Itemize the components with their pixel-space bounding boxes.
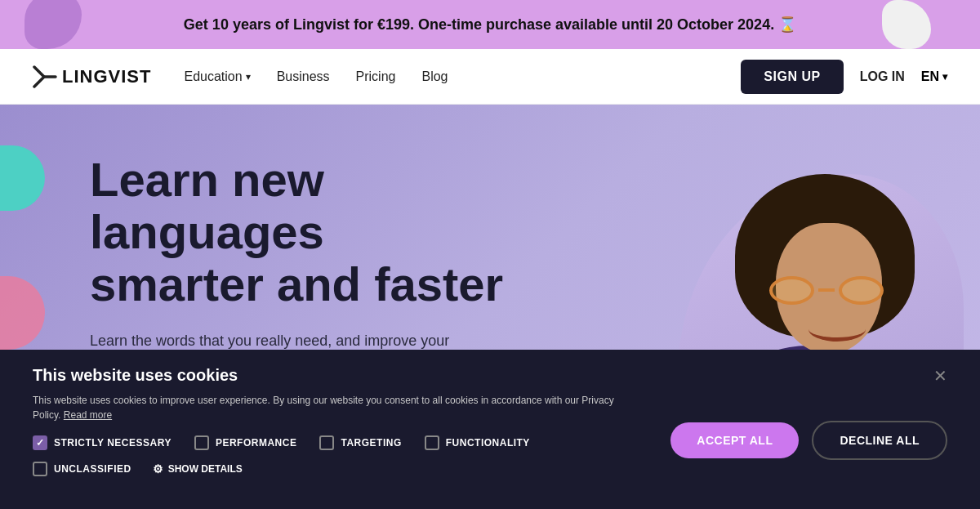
strictly-necessary-checkbox[interactable] — [33, 435, 47, 450]
cookie-description: This website uses cookies to improve use… — [33, 393, 629, 422]
cookie-banner: ✕ 🌐 This website uses cookies This websi… — [0, 350, 980, 509]
glasses-bridge — [818, 288, 835, 292]
glasses-right — [839, 276, 884, 305]
accept-all-button[interactable]: ACCEPT ALL — [670, 422, 799, 458]
person-smile — [808, 317, 866, 342]
nav-links: Education ▾ Business Pricing Blog — [184, 69, 741, 84]
lang-label: EN — [921, 69, 939, 84]
language-selector[interactable]: EN ▾ — [921, 69, 947, 84]
promo-banner: Get 10 years of Lingvist for €199. One-t… — [0, 0, 980, 49]
nav-pricing[interactable]: Pricing — [356, 69, 396, 84]
nav-actions: SIGN UP LOG IN EN ▾ — [741, 60, 947, 94]
chevron-down-icon: ▾ — [942, 71, 947, 83]
cookie-title: This website uses cookies — [33, 366, 947, 385]
banner-text: Get 10 years of Lingvist for €199. One-t… — [184, 16, 796, 33]
nav-business[interactable]: Business — [277, 69, 330, 84]
logo-icon — [33, 65, 57, 88]
hero-content: Learn new languages smarter and faster L… — [65, 154, 555, 377]
logo-link[interactable]: LINGVIST — [33, 65, 151, 88]
cookie-option-strictly-necessary[interactable]: STRICTLY NECESSARY — [33, 435, 172, 450]
show-details-button[interactable]: ⚙ SHOW DETAILS — [153, 462, 243, 476]
logo-text: LINGVIST — [62, 66, 151, 87]
main-nav: LINGVIST Education ▾ Business Pricing Bl… — [0, 49, 980, 105]
teal-decoration — [0, 145, 45, 211]
glasses-left — [769, 276, 814, 305]
signup-button[interactable]: SIGN UP — [741, 60, 843, 94]
chevron-down-icon: ▾ — [246, 71, 251, 83]
nav-education[interactable]: Education ▾ — [184, 69, 250, 84]
cookie-actions: ACCEPT ALL DECLINE ALL — [670, 421, 947, 460]
login-button[interactable]: LOG IN — [860, 69, 905, 84]
cookie-bottom: UNCLASSIFIED ⚙ SHOW DETAILS — [33, 462, 947, 476]
cookie-option-targeting[interactable]: TARGETING — [319, 435, 401, 450]
performance-checkbox[interactable] — [194, 435, 209, 450]
decline-all-button[interactable]: DECLINE ALL — [812, 421, 947, 460]
cookie-option-unclassified[interactable]: UNCLASSIFIED — [33, 462, 131, 476]
targeting-checkbox[interactable] — [319, 435, 334, 450]
cookie-option-functionality[interactable]: FUNCTIONALITY — [425, 435, 530, 450]
banner-blob-right — [882, 0, 931, 49]
hero-title: Learn new languages smarter and faster — [90, 154, 555, 310]
read-more-link[interactable]: Read more — [64, 409, 112, 421]
close-icon[interactable]: ✕ — [933, 366, 947, 386]
pink-decoration — [0, 276, 45, 350]
person-glasses — [769, 276, 884, 309]
cookie-option-performance[interactable]: PERFORMANCE — [194, 435, 297, 450]
functionality-checkbox[interactable] — [425, 435, 439, 450]
banner-blob-left — [24, 0, 82, 49]
nav-blog[interactable]: Blog — [421, 69, 448, 84]
unclassified-checkbox[interactable] — [33, 462, 47, 476]
gear-icon: ⚙ — [153, 462, 163, 476]
